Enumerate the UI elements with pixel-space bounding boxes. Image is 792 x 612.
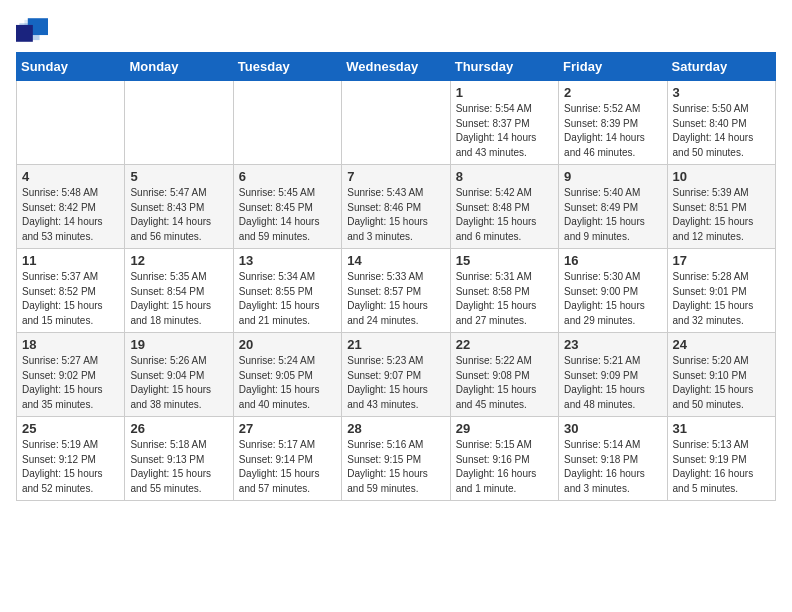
day-number: 31 bbox=[673, 421, 770, 436]
calendar-cell: 21Sunrise: 5:23 AM Sunset: 9:07 PM Dayli… bbox=[342, 333, 450, 417]
day-number: 10 bbox=[673, 169, 770, 184]
day-number: 4 bbox=[22, 169, 119, 184]
day-number: 8 bbox=[456, 169, 553, 184]
day-number: 25 bbox=[22, 421, 119, 436]
day-header-sunday: Sunday bbox=[17, 53, 125, 81]
day-number: 5 bbox=[130, 169, 227, 184]
calendar-cell: 31Sunrise: 5:13 AM Sunset: 9:19 PM Dayli… bbox=[667, 417, 775, 501]
calendar-cell: 1Sunrise: 5:54 AM Sunset: 8:37 PM Daylig… bbox=[450, 81, 558, 165]
calendar-cell: 27Sunrise: 5:17 AM Sunset: 9:14 PM Dayli… bbox=[233, 417, 341, 501]
logo-icon bbox=[16, 16, 48, 44]
day-number: 17 bbox=[673, 253, 770, 268]
calendar-cell: 22Sunrise: 5:22 AM Sunset: 9:08 PM Dayli… bbox=[450, 333, 558, 417]
day-info: Sunrise: 5:50 AM Sunset: 8:40 PM Dayligh… bbox=[673, 102, 770, 160]
calendar-cell: 23Sunrise: 5:21 AM Sunset: 9:09 PM Dayli… bbox=[559, 333, 667, 417]
day-header-wednesday: Wednesday bbox=[342, 53, 450, 81]
calendar-cell: 2Sunrise: 5:52 AM Sunset: 8:39 PM Daylig… bbox=[559, 81, 667, 165]
day-number: 20 bbox=[239, 337, 336, 352]
day-number: 19 bbox=[130, 337, 227, 352]
calendar-cell: 8Sunrise: 5:42 AM Sunset: 8:48 PM Daylig… bbox=[450, 165, 558, 249]
day-number: 24 bbox=[673, 337, 770, 352]
day-info: Sunrise: 5:52 AM Sunset: 8:39 PM Dayligh… bbox=[564, 102, 661, 160]
day-number: 28 bbox=[347, 421, 444, 436]
day-number: 18 bbox=[22, 337, 119, 352]
day-header-monday: Monday bbox=[125, 53, 233, 81]
calendar-header-row: SundayMondayTuesdayWednesdayThursdayFrid… bbox=[17, 53, 776, 81]
calendar-cell: 9Sunrise: 5:40 AM Sunset: 8:49 PM Daylig… bbox=[559, 165, 667, 249]
day-number: 21 bbox=[347, 337, 444, 352]
day-info: Sunrise: 5:39 AM Sunset: 8:51 PM Dayligh… bbox=[673, 186, 770, 244]
calendar-cell bbox=[17, 81, 125, 165]
day-info: Sunrise: 5:24 AM Sunset: 9:05 PM Dayligh… bbox=[239, 354, 336, 412]
day-number: 23 bbox=[564, 337, 661, 352]
day-info: Sunrise: 5:42 AM Sunset: 8:48 PM Dayligh… bbox=[456, 186, 553, 244]
day-info: Sunrise: 5:16 AM Sunset: 9:15 PM Dayligh… bbox=[347, 438, 444, 496]
day-number: 13 bbox=[239, 253, 336, 268]
day-info: Sunrise: 5:43 AM Sunset: 8:46 PM Dayligh… bbox=[347, 186, 444, 244]
calendar-cell: 29Sunrise: 5:15 AM Sunset: 9:16 PM Dayli… bbox=[450, 417, 558, 501]
calendar-cell: 12Sunrise: 5:35 AM Sunset: 8:54 PM Dayli… bbox=[125, 249, 233, 333]
day-number: 22 bbox=[456, 337, 553, 352]
logo bbox=[16, 16, 52, 44]
calendar-cell: 25Sunrise: 5:19 AM Sunset: 9:12 PM Dayli… bbox=[17, 417, 125, 501]
day-info: Sunrise: 5:18 AM Sunset: 9:13 PM Dayligh… bbox=[130, 438, 227, 496]
day-number: 26 bbox=[130, 421, 227, 436]
day-header-saturday: Saturday bbox=[667, 53, 775, 81]
day-number: 11 bbox=[22, 253, 119, 268]
day-info: Sunrise: 5:21 AM Sunset: 9:09 PM Dayligh… bbox=[564, 354, 661, 412]
calendar-week-4: 18Sunrise: 5:27 AM Sunset: 9:02 PM Dayli… bbox=[17, 333, 776, 417]
day-info: Sunrise: 5:23 AM Sunset: 9:07 PM Dayligh… bbox=[347, 354, 444, 412]
day-info: Sunrise: 5:19 AM Sunset: 9:12 PM Dayligh… bbox=[22, 438, 119, 496]
day-number: 27 bbox=[239, 421, 336, 436]
day-info: Sunrise: 5:48 AM Sunset: 8:42 PM Dayligh… bbox=[22, 186, 119, 244]
svg-marker-3 bbox=[16, 25, 33, 42]
calendar-header bbox=[16, 16, 776, 44]
day-number: 12 bbox=[130, 253, 227, 268]
calendar-cell: 24Sunrise: 5:20 AM Sunset: 9:10 PM Dayli… bbox=[667, 333, 775, 417]
calendar-week-5: 25Sunrise: 5:19 AM Sunset: 9:12 PM Dayli… bbox=[17, 417, 776, 501]
day-info: Sunrise: 5:26 AM Sunset: 9:04 PM Dayligh… bbox=[130, 354, 227, 412]
calendar-cell: 20Sunrise: 5:24 AM Sunset: 9:05 PM Dayli… bbox=[233, 333, 341, 417]
day-info: Sunrise: 5:27 AM Sunset: 9:02 PM Dayligh… bbox=[22, 354, 119, 412]
calendar-cell: 26Sunrise: 5:18 AM Sunset: 9:13 PM Dayli… bbox=[125, 417, 233, 501]
calendar-week-2: 4Sunrise: 5:48 AM Sunset: 8:42 PM Daylig… bbox=[17, 165, 776, 249]
day-info: Sunrise: 5:47 AM Sunset: 8:43 PM Dayligh… bbox=[130, 186, 227, 244]
day-number: 7 bbox=[347, 169, 444, 184]
calendar-cell: 28Sunrise: 5:16 AM Sunset: 9:15 PM Dayli… bbox=[342, 417, 450, 501]
calendar-cell: 7Sunrise: 5:43 AM Sunset: 8:46 PM Daylig… bbox=[342, 165, 450, 249]
day-number: 30 bbox=[564, 421, 661, 436]
calendar-cell bbox=[125, 81, 233, 165]
day-info: Sunrise: 5:31 AM Sunset: 8:58 PM Dayligh… bbox=[456, 270, 553, 328]
calendar-cell: 4Sunrise: 5:48 AM Sunset: 8:42 PM Daylig… bbox=[17, 165, 125, 249]
day-header-tuesday: Tuesday bbox=[233, 53, 341, 81]
calendar-week-1: 1Sunrise: 5:54 AM Sunset: 8:37 PM Daylig… bbox=[17, 81, 776, 165]
day-info: Sunrise: 5:45 AM Sunset: 8:45 PM Dayligh… bbox=[239, 186, 336, 244]
day-info: Sunrise: 5:13 AM Sunset: 9:19 PM Dayligh… bbox=[673, 438, 770, 496]
day-number: 16 bbox=[564, 253, 661, 268]
day-number: 29 bbox=[456, 421, 553, 436]
calendar-cell bbox=[233, 81, 341, 165]
calendar-cell: 15Sunrise: 5:31 AM Sunset: 8:58 PM Dayli… bbox=[450, 249, 558, 333]
day-info: Sunrise: 5:17 AM Sunset: 9:14 PM Dayligh… bbox=[239, 438, 336, 496]
day-header-friday: Friday bbox=[559, 53, 667, 81]
calendar-week-3: 11Sunrise: 5:37 AM Sunset: 8:52 PM Dayli… bbox=[17, 249, 776, 333]
day-number: 14 bbox=[347, 253, 444, 268]
day-info: Sunrise: 5:37 AM Sunset: 8:52 PM Dayligh… bbox=[22, 270, 119, 328]
calendar-cell: 18Sunrise: 5:27 AM Sunset: 9:02 PM Dayli… bbox=[17, 333, 125, 417]
calendar-cell: 11Sunrise: 5:37 AM Sunset: 8:52 PM Dayli… bbox=[17, 249, 125, 333]
calendar-cell: 19Sunrise: 5:26 AM Sunset: 9:04 PM Dayli… bbox=[125, 333, 233, 417]
calendar-cell: 13Sunrise: 5:34 AM Sunset: 8:55 PM Dayli… bbox=[233, 249, 341, 333]
calendar-cell: 6Sunrise: 5:45 AM Sunset: 8:45 PM Daylig… bbox=[233, 165, 341, 249]
day-info: Sunrise: 5:20 AM Sunset: 9:10 PM Dayligh… bbox=[673, 354, 770, 412]
calendar-cell: 10Sunrise: 5:39 AM Sunset: 8:51 PM Dayli… bbox=[667, 165, 775, 249]
calendar-cell: 3Sunrise: 5:50 AM Sunset: 8:40 PM Daylig… bbox=[667, 81, 775, 165]
day-info: Sunrise: 5:40 AM Sunset: 8:49 PM Dayligh… bbox=[564, 186, 661, 244]
calendar-cell: 17Sunrise: 5:28 AM Sunset: 9:01 PM Dayli… bbox=[667, 249, 775, 333]
day-number: 15 bbox=[456, 253, 553, 268]
day-info: Sunrise: 5:28 AM Sunset: 9:01 PM Dayligh… bbox=[673, 270, 770, 328]
day-info: Sunrise: 5:14 AM Sunset: 9:18 PM Dayligh… bbox=[564, 438, 661, 496]
day-info: Sunrise: 5:34 AM Sunset: 8:55 PM Dayligh… bbox=[239, 270, 336, 328]
day-number: 9 bbox=[564, 169, 661, 184]
calendar-cell: 16Sunrise: 5:30 AM Sunset: 9:00 PM Dayli… bbox=[559, 249, 667, 333]
day-info: Sunrise: 5:15 AM Sunset: 9:16 PM Dayligh… bbox=[456, 438, 553, 496]
